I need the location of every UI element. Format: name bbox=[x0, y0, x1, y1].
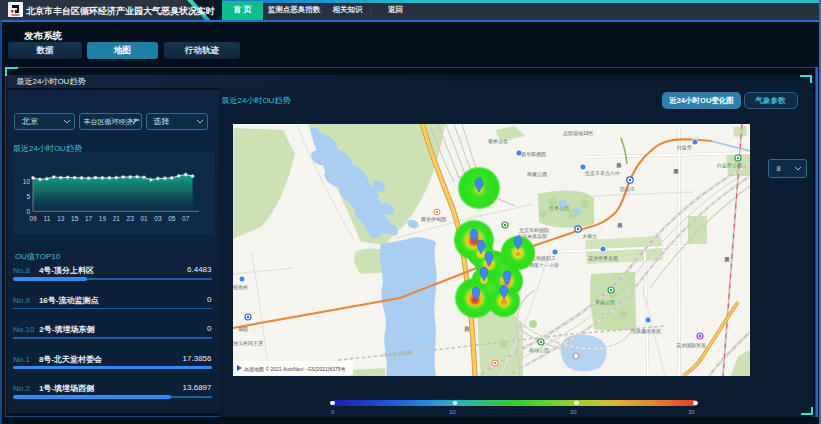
svg-text:05: 05 bbox=[168, 215, 176, 222]
svg-text:09: 09 bbox=[29, 215, 37, 222]
svg-text:北京市丰台八中: 北京市丰台八中 bbox=[585, 170, 620, 177]
svg-text:白盆窑: 白盆窑 bbox=[677, 144, 692, 151]
svg-text:花乡国际家居: 花乡国际家居 bbox=[676, 342, 706, 349]
svg-text:世界公园: 世界公园 bbox=[548, 205, 569, 212]
svg-text:大葆台: 大葆台 bbox=[582, 233, 597, 239]
svg-text:恒俱康闲家苑: 恒俱康闲家苑 bbox=[630, 328, 661, 335]
svg-text:5: 5 bbox=[26, 193, 30, 200]
svg-text:葆阳: 葆阳 bbox=[238, 326, 248, 333]
svg-text:23: 23 bbox=[127, 215, 135, 222]
svg-text:总部基地18区: 总部基地18区 bbox=[563, 130, 594, 137]
svg-text:15: 15 bbox=[71, 215, 79, 222]
svg-text:稻香村: 稻香村 bbox=[233, 284, 248, 291]
svg-text:17: 17 bbox=[85, 215, 93, 222]
svg-text:高德地图 © 2021 AutoNavi - GS(2021: 高德地图 © 2021 AutoNavi - GS(2021)6375号 bbox=[244, 366, 346, 373]
svg-text:青鑫公园: 青鑫公园 bbox=[595, 299, 615, 306]
svg-text:21: 21 bbox=[113, 215, 121, 222]
svg-text:花乡世界名苑: 花乡世界名苑 bbox=[588, 255, 618, 262]
svg-text:07: 07 bbox=[182, 215, 190, 222]
svg-text:看桥公墓: 看桥公墓 bbox=[488, 138, 508, 144]
svg-text:独义村回王房: 独义村回王房 bbox=[233, 340, 263, 347]
svg-text:0: 0 bbox=[26, 208, 30, 215]
svg-text:白盆窑公园: 白盆窑公园 bbox=[717, 162, 742, 169]
svg-text:03: 03 bbox=[154, 215, 162, 222]
svg-text:聚谷伊甸园: 聚谷伊甸园 bbox=[421, 216, 446, 223]
svg-text:御康公园: 御康公园 bbox=[527, 171, 547, 178]
svg-text:颖锚公园: 颖锚公园 bbox=[529, 347, 549, 354]
svg-text:郭公庄: 郭公庄 bbox=[620, 186, 635, 193]
svg-text:13: 13 bbox=[57, 215, 65, 222]
svg-text:19: 19 bbox=[99, 215, 107, 222]
svg-text:01: 01 bbox=[140, 215, 148, 222]
svg-text:11: 11 bbox=[44, 215, 51, 222]
svg-text:新华双拥园: 新华双拥园 bbox=[521, 151, 546, 158]
svg-text:10: 10 bbox=[23, 178, 31, 185]
